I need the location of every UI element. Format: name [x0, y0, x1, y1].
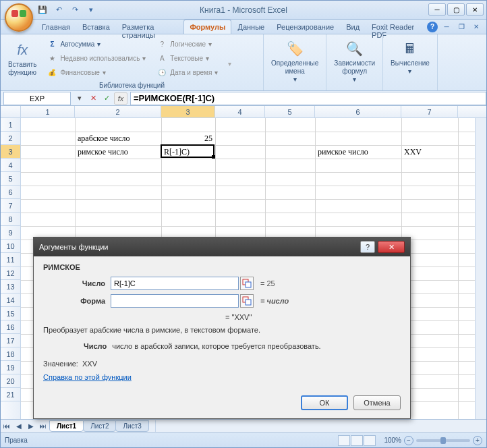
- row-header[interactable]: 4: [1, 159, 20, 172]
- sheet-nav-prev-icon[interactable]: ◀: [13, 420, 25, 432]
- cell[interactable]: арабское число: [75, 132, 161, 145]
- column-header[interactable]: 7: [401, 106, 458, 117]
- row-header[interactable]: 8: [1, 213, 20, 226]
- arg-input[interactable]: [111, 294, 239, 308]
- sheet-nav-last-icon[interactable]: ⏭: [37, 420, 49, 432]
- tab-review[interactable]: Рецензирование: [270, 20, 340, 34]
- column-header[interactable]: 1: [21, 106, 75, 117]
- redo-icon[interactable]: ↷: [68, 3, 82, 17]
- formula-auditing-button[interactable]: 🔍 Зависимости формул ▾: [329, 36, 380, 86]
- tab-insert[interactable]: Вставка: [76, 20, 116, 34]
- cell[interactable]: R[-1]C): [161, 145, 215, 159]
- more-functions-button[interactable]: ▾: [223, 36, 236, 80]
- minimize-button[interactable]: ─: [428, 3, 446, 16]
- cancel-button[interactable]: Отмена: [353, 395, 401, 410]
- row-header[interactable]: 14: [1, 293, 20, 307]
- row-header[interactable]: 17: [1, 334, 20, 347]
- row-header[interactable]: 16: [1, 320, 20, 334]
- mdi-close-icon[interactable]: ✕: [470, 22, 482, 32]
- select-all-corner[interactable]: [1, 106, 21, 117]
- qat-dropdown-icon[interactable]: ▾: [84, 3, 98, 17]
- insert-function-button[interactable]: fx Вставить функцию: [3, 36, 41, 80]
- row-header[interactable]: 5: [1, 172, 20, 186]
- result-preview: = "XXV": [225, 313, 401, 321]
- column-header[interactable]: 5: [265, 106, 315, 117]
- cell[interactable]: римское число: [75, 145, 161, 159]
- horizontal-scrollbar[interactable]: [155, 420, 486, 432]
- vertical-scrollbar[interactable]: [475, 118, 486, 419]
- text-button[interactable]: AТекстовые ▾: [154, 51, 221, 65]
- sheet-tab[interactable]: Лист3: [115, 420, 148, 432]
- row-header[interactable]: 12: [1, 267, 20, 280]
- name-box[interactable]: [3, 92, 71, 105]
- dialog-close-button[interactable]: ✕: [378, 241, 405, 253]
- tab-formulas[interactable]: Формулы: [183, 20, 231, 34]
- sheet-nav-first-icon[interactable]: ⏮: [1, 420, 13, 432]
- mdi-minimize-icon[interactable]: ─: [440, 22, 453, 32]
- cell[interactable]: римское число: [315, 145, 401, 159]
- maximize-button[interactable]: ▢: [447, 3, 465, 16]
- defined-names-button[interactable]: 🏷️ Определенные имена ▾: [266, 36, 323, 86]
- row-header[interactable]: 18: [1, 347, 20, 361]
- tab-view[interactable]: Вид: [340, 20, 366, 34]
- logical-button[interactable]: ?Логические ▾: [154, 37, 221, 51]
- undo-icon[interactable]: ↶: [52, 3, 65, 17]
- close-button[interactable]: ✕: [466, 3, 484, 16]
- cancel-formula-icon[interactable]: ✕: [87, 92, 99, 105]
- recent-button[interactable]: ★Недавно использовались ▾: [44, 51, 148, 65]
- page-layout-view-button[interactable]: [351, 435, 363, 446]
- row-header[interactable]: 3: [1, 145, 20, 159]
- fx-button[interactable]: fx: [114, 92, 127, 105]
- name-dropdown-icon[interactable]: ▾: [74, 92, 86, 105]
- column-header[interactable]: 2: [75, 106, 161, 117]
- tag-icon: 🏷️: [284, 38, 306, 59]
- dialog-help-button[interactable]: ?: [360, 241, 375, 253]
- column-header[interactable]: 3: [161, 106, 215, 117]
- column-header[interactable]: 6: [315, 106, 401, 117]
- row-header[interactable]: 1: [1, 118, 20, 132]
- row-header[interactable]: 20: [1, 374, 20, 388]
- date-time-button[interactable]: 🕒Дата и время ▾: [154, 65, 221, 79]
- tab-page-layout[interactable]: Разметка страницы: [116, 20, 184, 34]
- row-header[interactable]: 9: [1, 226, 20, 240]
- sheet-tab[interactable]: Лист1: [49, 420, 84, 432]
- help-icon[interactable]: ?: [427, 22, 438, 32]
- row-header[interactable]: 21: [1, 388, 20, 401]
- cell[interactable]: XXV: [401, 145, 458, 159]
- accept-formula-icon[interactable]: ✓: [101, 92, 113, 105]
- zoom-percent[interactable]: 100%: [384, 437, 401, 444]
- arg-input[interactable]: [111, 277, 239, 290]
- mdi-restore-icon[interactable]: ❐: [455, 22, 467, 32]
- office-button[interactable]: [5, 3, 33, 32]
- normal-view-button[interactable]: [338, 435, 350, 446]
- formula-input[interactable]: [130, 92, 486, 105]
- row-header[interactable]: 2: [1, 132, 20, 145]
- column-header[interactable]: 4: [215, 106, 265, 117]
- function-help-link[interactable]: Справка по этой функции: [43, 373, 132, 381]
- row-header[interactable]: 19: [1, 361, 20, 374]
- autosum-button[interactable]: ΣАвтосумма ▾: [44, 37, 148, 51]
- row-header[interactable]: 7: [1, 199, 20, 213]
- zoom-out-button[interactable]: −: [404, 436, 413, 445]
- row-header[interactable]: 13: [1, 280, 20, 293]
- cell[interactable]: 25: [161, 132, 215, 145]
- financial-button[interactable]: 💰Финансовые ▾: [44, 65, 148, 79]
- row-header[interactable]: 6: [1, 186, 20, 199]
- row-header[interactable]: 10: [1, 240, 20, 253]
- row-header[interactable]: 11: [1, 253, 20, 267]
- calculation-button[interactable]: 🖩 Вычисление ▾: [386, 36, 434, 78]
- ok-button[interactable]: ОК: [301, 395, 348, 410]
- range-selector-button[interactable]: [240, 294, 254, 308]
- page-break-view-button[interactable]: [364, 435, 376, 446]
- zoom-slider[interactable]: [416, 439, 470, 442]
- save-icon[interactable]: 💾: [36, 3, 49, 17]
- tab-foxit[interactable]: Foxit Reader PDF: [366, 20, 427, 34]
- sheet-tab[interactable]: Лист2: [83, 420, 116, 432]
- row-header[interactable]: 15: [1, 307, 20, 320]
- sheet-nav-next-icon[interactable]: ▶: [25, 420, 37, 432]
- function-arguments-dialog: Аргументы функции ? ✕ РИМСКОЕ Число = 25…: [33, 237, 411, 419]
- tab-home[interactable]: Главная: [36, 20, 76, 34]
- range-selector-button[interactable]: [240, 277, 254, 290]
- tab-data[interactable]: Данные: [231, 20, 270, 34]
- zoom-in-button[interactable]: +: [473, 436, 482, 445]
